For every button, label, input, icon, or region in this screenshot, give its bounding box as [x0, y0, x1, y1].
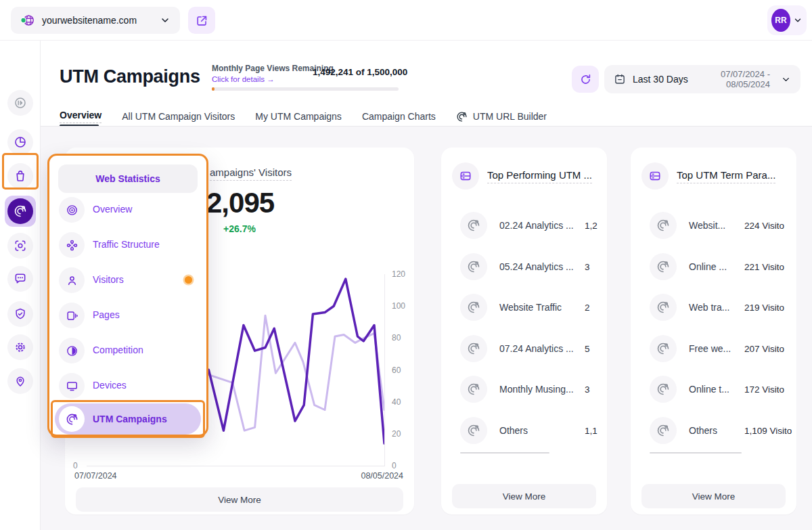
card-title: Top UTM Term Para...: [677, 169, 775, 183]
visitors-total: 2,095: [206, 187, 274, 219]
view-more-button[interactable]: View More: [641, 484, 786, 508]
open-website-button[interactable]: [188, 7, 215, 34]
campaign-name: Monthly Musing...: [499, 384, 574, 395]
divider: [41, 126, 812, 127]
y-tick-label: 0: [392, 461, 414, 470]
menu-item-devices[interactable]: Devices: [49, 368, 206, 403]
x-axis-line: [87, 466, 385, 466]
sidebar-item-web-statistics-active[interactable]: [5, 196, 36, 227]
chart-card-title: ampaigns' Visitors: [210, 167, 292, 181]
tab-campaign-charts[interactable]: Campaign Charts: [362, 111, 436, 122]
campaign-name: 07.24 Analytics ...: [499, 343, 574, 354]
list-item[interactable]: Web tra...219 Visito: [631, 294, 796, 321]
date-preset: Last 30 Days: [633, 74, 688, 85]
quota-progress-bar: [212, 87, 399, 91]
chevron-down-icon: [160, 15, 171, 26]
tab-utm-url-builder[interactable]: UTM URL Builder: [456, 111, 547, 123]
list-item[interactable]: Others1,1: [441, 417, 607, 444]
quota-progress-fill: [212, 87, 215, 91]
utm-radar-icon: [7, 198, 33, 224]
campaign-value: 1,2: [585, 221, 597, 231]
globe-icon: [20, 13, 35, 28]
tab-all-utm-campaign-visitors[interactable]: All UTM Campaign Visitors: [122, 111, 235, 122]
devices-monitor-icon: [59, 373, 85, 399]
menu-item-competition[interactable]: Competition: [49, 333, 206, 368]
sidebar-item-settings[interactable]: [7, 334, 33, 360]
visitors-delta: +26.7%: [223, 223, 256, 234]
user-menu[interactable]: RR: [767, 5, 807, 35]
campaign-name: 05.24 Analytics ...: [499, 261, 574, 272]
term-visitors: 172 Visito: [744, 384, 784, 395]
list-item[interactable]: Monthly Musing...3: [441, 376, 607, 403]
sidebar: [0, 41, 41, 530]
term-visitors: 224 Visito: [744, 221, 784, 231]
top-bar: yourwebsitename.com RR: [0, 0, 812, 41]
y-tick-label: 20: [392, 429, 414, 439]
term-visitors: 221 Visito: [744, 262, 784, 272]
term-visitors: 1,109 Visito: [744, 426, 792, 436]
competition-icon: [59, 338, 85, 363]
tab-my-utm-campaigns[interactable]: My UTM Campaigns: [255, 111, 342, 122]
y-axis-line: [384, 274, 385, 466]
pages-icon: [59, 303, 85, 328]
utm-spiral-icon: [650, 417, 677, 444]
menu-item-pages[interactable]: Pages: [49, 298, 206, 333]
term-name: Web tra...: [689, 302, 729, 313]
utm-spiral-icon: [650, 335, 677, 362]
visitors-person-icon: [59, 267, 85, 293]
sidebar-item-tracking[interactable]: [7, 233, 33, 259]
campaign-name: Website Traffic: [499, 302, 562, 313]
term-name: Online ...: [689, 261, 727, 272]
refresh-button[interactable]: [572, 66, 599, 93]
utm-spiral-icon: [650, 294, 677, 321]
utm-spiral-icon: [460, 335, 487, 362]
sidebar-item-ecommerce[interactable]: [7, 163, 33, 189]
list-item[interactable]: 05.24 Analytics ...3: [441, 253, 607, 280]
sidebar-toggle-icon[interactable]: [7, 90, 33, 116]
menu-item-traffic-structure[interactable]: Traffic Structure: [49, 227, 206, 263]
menu-item-overview[interactable]: Overview: [49, 192, 206, 227]
campaign-value: 5: [585, 344, 590, 354]
database-icon: [641, 162, 669, 190]
utm-spiral-icon: [456, 111, 468, 123]
website-selector[interactable]: yourwebsitename.com: [11, 7, 180, 34]
list-item[interactable]: Online t...172 Visito: [631, 376, 796, 403]
view-more-button[interactable]: View More: [452, 484, 596, 508]
utm-spiral-icon: [650, 376, 677, 403]
utm-spiral-icon: [59, 406, 85, 432]
list-item[interactable]: Free we...207 Visito: [631, 335, 796, 362]
list-item[interactable]: Online ...221 Visito: [631, 253, 796, 280]
chevron-down-icon: [781, 74, 791, 85]
utm-spiral-icon: [460, 294, 487, 321]
date-range-picker[interactable]: Last 30 Days 07/07/2024 - 08/05/2024: [604, 65, 800, 93]
list-item[interactable]: Websit...224 Visito: [631, 212, 796, 239]
list-item[interactable]: 07.24 Analytics ...5: [441, 335, 607, 362]
list-item[interactable]: 02.24 Analytics ...1,2: [441, 212, 607, 239]
top-utm-term-card: Top UTM Term Para... Websit...224 Visito…: [631, 148, 796, 514]
popup-header: Web Statistics: [58, 164, 198, 193]
sidebar-item-privacy[interactable]: [7, 301, 33, 327]
y-tick-label: 60: [392, 366, 414, 375]
utm-spiral-icon: [460, 212, 487, 239]
avatar: RR: [771, 9, 790, 32]
y-tick-label: 80: [392, 333, 414, 343]
term-name: Websit...: [689, 220, 725, 231]
sidebar-item-reports[interactable]: [7, 129, 33, 155]
list-item[interactable]: Others1,109 Visito: [631, 417, 796, 444]
list-item[interactable]: Website Traffic2: [441, 294, 607, 321]
website-name: yourwebsitename.com: [42, 15, 160, 26]
menu-item-utm-campaigns-active[interactable]: UTM Campaigns: [55, 403, 201, 435]
campaign-name: 02.24 Analytics ...: [499, 220, 574, 231]
sidebar-item-location[interactable]: [7, 368, 33, 394]
x-axis-end-label: 08/05/2024: [361, 471, 403, 481]
traffic-structure-icon: [59, 232, 85, 258]
view-more-button[interactable]: View More: [76, 487, 403, 512]
menu-item-visitors[interactable]: Visitors: [49, 263, 206, 298]
sidebar-item-feedback[interactable]: [7, 266, 33, 292]
overview-target-icon: [59, 197, 85, 223]
quota-details-link[interactable]: Click for details →: [212, 75, 275, 83]
campaign-name: Others: [499, 425, 528, 436]
utm-spiral-icon: [460, 376, 487, 403]
tab-overview[interactable]: Overview: [60, 110, 102, 123]
term-visitors: 219 Visito: [744, 303, 784, 313]
